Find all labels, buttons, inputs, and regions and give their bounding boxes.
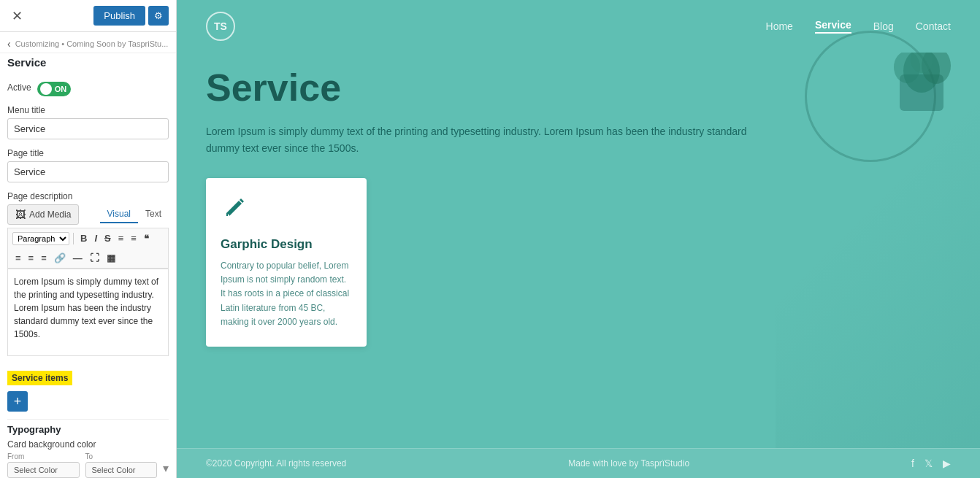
card-title: Garphic Design: [221, 237, 352, 252]
section-title: Service: [0, 53, 176, 74]
card-text: Contrary to popular belief, Lorem Ipsum …: [221, 259, 352, 329]
horizontal-rule-button[interactable]: —: [70, 251, 85, 265]
twitter-icon[interactable]: 𝕏: [925, 458, 933, 469]
page-description: Lorem Ipsum is simply dummy text of the …: [206, 123, 754, 156]
active-label: Active: [7, 82, 31, 93]
color-row: From Select Color To Select Color ▾: [7, 452, 169, 478]
from-color-col: From Select Color: [7, 452, 80, 478]
deco-plant: [878, 53, 965, 136]
page-title-field: Page title: [7, 148, 169, 182]
chevron-down-icon: ▾: [163, 461, 169, 478]
add-item-button[interactable]: +: [7, 391, 28, 412]
italic-button[interactable]: I: [91, 231, 100, 245]
preview-panel: TS Home Service Blog Contact Service Lor…: [177, 0, 980, 478]
service-card: Garphic Design Contrary to popular belie…: [206, 178, 367, 347]
ordered-list-button[interactable]: ≡: [128, 231, 139, 245]
card-bg-label: Card background color: [7, 439, 169, 450]
page-desc-label: Page description: [7, 191, 169, 201]
breadcrumb-area: ‹ Customizing • Coming Soon by TaspriStu…: [0, 32, 176, 53]
quote-button[interactable]: ❝: [141, 231, 152, 245]
preview-footer: ©2020 Copyright. All rights reserved Mad…: [177, 448, 980, 478]
strikethrough-button[interactable]: S: [102, 231, 114, 245]
youtube-icon[interactable]: ▶: [943, 458, 951, 469]
footer-copyright: ©2020 Copyright. All rights reserved: [206, 458, 346, 469]
fullscreen-button[interactable]: ⛶: [87, 251, 102, 265]
editor-toolbar-2: ≡ ≡ ≡ 🔗 — ⛶ ▦: [7, 248, 169, 269]
close-button[interactable]: ✕: [7, 7, 27, 26]
page-description-field: Page description 🖼 Add Media Visual Text…: [7, 191, 169, 356]
preview-nav: TS Home Service Blog Contact: [177, 0, 980, 53]
align-center-button[interactable]: ≡: [26, 251, 37, 265]
gear-button[interactable]: ⚙: [148, 6, 169, 26]
toolbar-divider-1: [73, 233, 74, 244]
to-color-button[interactable]: Select Color: [85, 462, 158, 478]
menu-title-input[interactable]: [7, 118, 169, 139]
menu-title-label: Menu title: [7, 105, 169, 115]
menu-title-field: Menu title: [7, 105, 169, 139]
align-right-button[interactable]: ≡: [38, 251, 50, 265]
nav-service[interactable]: Service: [815, 19, 851, 34]
logo: TS: [206, 12, 235, 41]
nav-blog[interactable]: Blog: [873, 20, 894, 32]
bold-button[interactable]: B: [77, 231, 90, 245]
active-toggle[interactable]: ON: [37, 82, 72, 96]
preview-main: Service Lorem Ipsum is simply dummy text…: [177, 53, 980, 448]
nav-home[interactable]: Home: [766, 20, 793, 32]
service-items-label: Service items: [7, 371, 72, 385]
active-row: Active ON: [7, 82, 169, 96]
toggle-circle: [40, 83, 52, 95]
page-title-label: Page title: [7, 148, 169, 158]
back-button[interactable]: ‹: [7, 38, 11, 50]
editor-toolbar: Paragraph B I S ≡ ≡ ❝: [7, 228, 169, 248]
to-color-col: To Select Color: [85, 452, 158, 478]
page-title-input[interactable]: [7, 161, 169, 182]
table-button[interactable]: ▦: [104, 251, 118, 265]
footer-socials: f 𝕏 ▶: [911, 458, 951, 469]
link-button[interactable]: 🔗: [51, 251, 69, 265]
typography-heading: Typography: [7, 419, 169, 435]
service-items-section: Service items +: [7, 365, 169, 412]
editor-tabs: Visual Text: [100, 206, 169, 223]
panel-topbar: ✕ Publish ⚙: [0, 0, 176, 32]
visual-tab[interactable]: Visual: [100, 206, 138, 223]
media-icon: 🖼: [15, 209, 26, 220]
panel-body: Active ON Menu title Page title Page des…: [0, 74, 176, 478]
add-media-label: Add Media: [29, 209, 71, 220]
editor-area[interactable]: Lorem Ipsum is simply dummy text of the …: [7, 269, 169, 356]
nav-contact[interactable]: Contact: [916, 20, 951, 32]
publish-button[interactable]: Publish: [93, 6, 145, 26]
card-pen-icon: [221, 196, 352, 227]
paragraph-select[interactable]: Paragraph: [12, 232, 69, 245]
from-label: From: [7, 452, 80, 460]
align-left-button[interactable]: ≡: [12, 251, 24, 265]
nav-links: Home Service Blog Contact: [766, 19, 951, 34]
toggle-label: ON: [55, 85, 67, 93]
customizer-panel: ✕ Publish ⚙ ‹ Customizing • Coming Soon …: [0, 0, 177, 478]
to-label: To: [85, 452, 158, 460]
add-media-button[interactable]: 🖼 Add Media: [7, 204, 79, 225]
breadcrumb-text: Customizing • Coming Soon by TaspriStu..…: [15, 39, 169, 48]
facebook-icon[interactable]: f: [911, 458, 914, 469]
footer-made-by: Made with love by TasprïStudio: [568, 458, 689, 469]
from-color-button[interactable]: Select Color: [7, 462, 80, 478]
unordered-list-button[interactable]: ≡: [115, 231, 127, 245]
text-tab[interactable]: Text: [138, 206, 169, 223]
